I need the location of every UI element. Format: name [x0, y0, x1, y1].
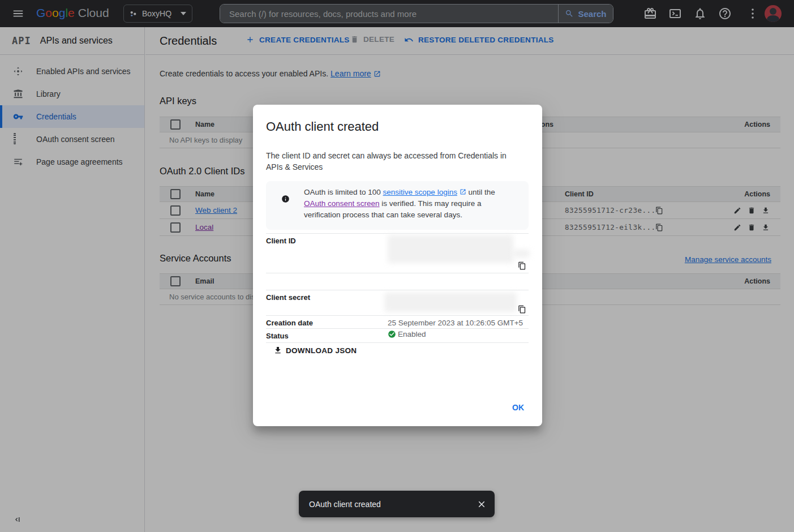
google-cloud-console: Google Cloud BoxyHQ Search	[0, 0, 794, 532]
status-value: Enabled	[398, 330, 426, 338]
status-value-row: Enabled	[388, 330, 426, 338]
copy-client-secret-icon[interactable]	[518, 305, 526, 314]
ok-button[interactable]: OK	[508, 400, 529, 415]
dialog-title: OAuth client created	[266, 119, 379, 134]
redacted-client-secret	[384, 293, 517, 312]
check-circle-icon	[388, 330, 396, 338]
oauth-consent-screen-link[interactable]: OAuth consent screen	[304, 199, 380, 208]
sensitive-scope-logins-link[interactable]: sensitive scope logins	[383, 188, 457, 196]
download-icon	[273, 346, 282, 355]
snackbar-message: OAuth client created	[309, 500, 477, 509]
creation-date-value: 25 September 2023 at 10:26:05 GMT+5	[388, 319, 523, 327]
info-banner-text: OAuth is limited to 100 sensitive scope …	[304, 187, 518, 221]
dialog-body-text: The client ID and secret can always be a…	[266, 150, 522, 173]
status-label: Status	[266, 332, 289, 340]
client-secret-label: Client secret	[266, 293, 310, 302]
external-link-icon	[460, 188, 466, 195]
copy-client-id-icon[interactable]	[518, 261, 526, 270]
client-id-label: Client ID	[266, 237, 296, 245]
snackbar: OAuth client created	[299, 491, 495, 517]
info-icon	[281, 195, 290, 203]
redacted-client-id	[388, 235, 513, 263]
info-banner: OAuth is limited to 100 sensitive scope …	[266, 181, 529, 230]
oauth-client-created-dialog: OAuth client created The client ID and s…	[253, 105, 542, 426]
redacted-client-id	[513, 250, 530, 258]
creation-date-label: Creation date	[266, 319, 313, 327]
close-icon[interactable]	[477, 499, 487, 509]
download-json-button[interactable]: DOWNLOAD JSON	[273, 346, 357, 355]
